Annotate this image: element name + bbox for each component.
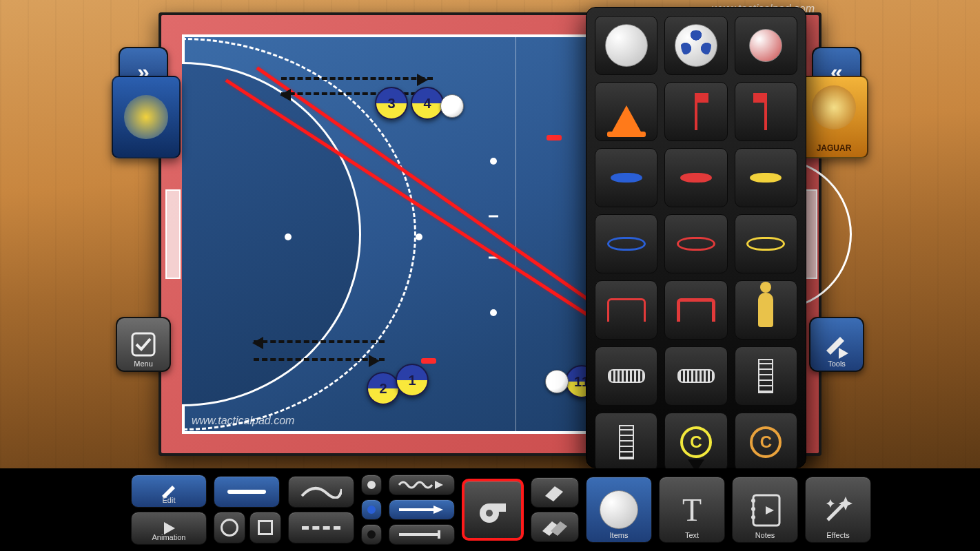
items-button[interactable]: Items [586,477,652,543]
line-solid-button[interactable] [214,476,280,508]
team-badge-left[interactable] [112,76,181,158]
circle-button[interactable] [214,512,245,543]
tools-label: Tools [828,360,846,368]
item-mannequin[interactable] [735,280,797,340]
watermark: www.tacticalpad.com [192,415,294,427]
animation-button[interactable]: Animation [131,512,207,545]
square-button[interactable] [249,512,281,543]
team-crest-icon [812,85,856,129]
player-token[interactable]: 2 [367,372,400,405]
menu-button[interactable]: Menu [116,317,171,372]
player-num: 1 [408,373,416,388]
team-badge-right[interactable]: JAGUAR [799,76,868,158]
block-icon [398,529,446,540]
block-line-button[interactable] [389,524,455,545]
line-icon [227,490,266,494]
item-hurdle-2[interactable] [664,346,727,406]
svg-rect-0 [132,333,154,355]
item-goal-small[interactable] [595,280,657,340]
item-ladder-1[interactable] [735,346,797,406]
item-cone[interactable] [595,82,657,141]
item-ball-blue[interactable] [664,16,727,75]
item-ring-blue[interactable] [595,214,657,273]
item-flag[interactable] [735,82,797,141]
hurdle-icon [608,369,645,383]
player-token[interactable]: 1 [396,364,429,397]
disc-icon [680,173,712,183]
circle-icon [221,519,238,537]
edit-label: Edit [163,496,176,504]
arrow-icon [398,504,446,515]
field-dot [416,233,422,240]
curve-button[interactable] [288,476,354,508]
item-disc-red[interactable] [664,148,727,207]
player-num: 3 [387,96,395,112]
goal-icon [607,298,646,322]
marker-token[interactable] [421,358,436,364]
item-c-orange[interactable]: C [735,413,797,472]
ball-token[interactable] [440,94,464,118]
pass-arrow[interactable] [254,340,385,343]
dot-icon [367,481,376,489]
item-ring-red[interactable] [664,214,727,273]
animation-label: Animation [152,533,186,541]
arrow-button[interactable] [389,499,455,520]
eraser-icon [541,517,569,537]
field-dot [285,233,292,240]
wand-icon [821,492,855,527]
disc-icon [611,173,642,183]
dashed-line-button[interactable] [288,512,354,543]
tools-button[interactable]: Tools [809,317,864,372]
whistle-icon [476,492,510,527]
dot-icon [367,506,376,514]
pass-arrow[interactable] [254,358,385,361]
item-disc-yellow[interactable] [735,148,797,207]
dot-icon [367,530,376,539]
item-hurdle-1[interactable] [595,346,657,406]
item-goal-large[interactable] [664,280,727,340]
item-ladder-2[interactable] [595,413,657,472]
color-white-button[interactable] [361,475,382,495]
wavy-arrow-button[interactable] [389,475,455,495]
eraser-button[interactable] [531,477,579,508]
whistle-button[interactable] [462,479,524,541]
coach-icon: C [680,426,712,458]
eraser-all-button[interactable] [531,512,579,542]
item-ball-white[interactable] [595,16,657,75]
color-blue-button[interactable] [361,499,382,520]
effects-label: Effects [826,531,849,539]
marker-token[interactable] [547,135,562,141]
player-token[interactable]: 4 [411,87,444,120]
item-pole[interactable] [664,82,727,141]
item-disc-blue[interactable] [595,148,657,207]
mannequin-icon [758,293,773,327]
notes-label: Notes [755,531,775,539]
ring-icon [607,237,646,251]
goal-icon [677,298,715,322]
workspace: 3 4 5 6 2 1 11 7 www.tacticalpad.com www… [0,0,980,468]
hurdle-icon [677,369,715,383]
item-c-yellow[interactable]: C [664,413,727,472]
notes-button[interactable]: Notes [732,477,798,543]
field-hash [489,216,498,218]
ball-token[interactable] [545,370,569,393]
notes-icon [746,491,784,528]
menu-label: Menu [134,360,153,368]
field-dot [490,309,497,316]
team-name: JAGUAR [817,143,852,153]
svg-point-9 [751,515,755,519]
cone-icon [611,90,642,133]
color-black-button[interactable] [361,524,382,545]
player-token[interactable]: 3 [375,87,408,120]
checkbox-icon [130,331,157,358]
item-ring-yellow[interactable] [735,214,797,273]
text-button[interactable]: T Text [659,477,725,543]
pass-arrow[interactable] [281,77,433,80]
ladder-icon [758,359,773,393]
item-ball-red[interactable] [735,16,797,75]
effects-button[interactable]: Effects [805,477,871,543]
edit-button[interactable]: Edit [131,475,207,508]
team-crest-icon [124,95,168,139]
soccer-ball-icon [600,490,638,529]
pass-arrow[interactable] [281,92,433,95]
